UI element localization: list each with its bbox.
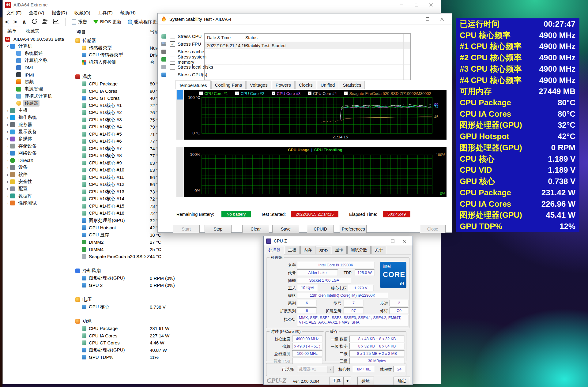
chart-icon[interactable] xyxy=(51,19,62,25)
menu-item-0[interactable]: 文件(F) xyxy=(3,10,25,16)
log-column-datetime[interactable]: Date & Time xyxy=(207,35,231,40)
processor-select[interactable]: 处理器 #1 ▼ xyxy=(297,366,334,373)
checkbox[interactable] xyxy=(170,49,175,54)
chart-scrollbar-thumb[interactable] xyxy=(177,90,183,100)
tree-item[interactable]: ›配置 xyxy=(3,185,74,192)
menu-item-1[interactable]: 查看(V) xyxy=(25,10,48,16)
log-column-status[interactable]: Status xyxy=(245,35,258,40)
tree-item[interactable]: DMI xyxy=(3,64,74,71)
tree-item[interactable]: 电源管理 xyxy=(3,85,74,92)
tree-item[interactable]: 传感器 xyxy=(3,100,74,107)
tree-item[interactable]: ›软件 xyxy=(3,171,74,178)
tab-temperatures[interactable]: Temperatures xyxy=(175,81,211,89)
maximize-button[interactable] xyxy=(387,236,398,246)
tree-item[interactable]: ›存储设备 xyxy=(3,142,74,149)
minimize-button[interactable] xyxy=(405,13,420,24)
chevron-right-icon[interactable]: › xyxy=(5,130,10,134)
checkbox[interactable] xyxy=(170,64,175,70)
chevron-down-icon[interactable]: ▼ xyxy=(327,366,334,373)
minimize-button[interactable] xyxy=(394,0,409,9)
forward-icon[interactable]: > xyxy=(11,19,19,25)
chevron-right-icon[interactable]: › xyxy=(5,158,10,163)
close-test-button[interactable]: Close xyxy=(420,225,446,233)
legend-checkbox[interactable]: ✓ xyxy=(344,92,348,95)
tab-voltages[interactable]: Voltages xyxy=(246,81,271,89)
nav-tab-1[interactable]: 收藏夹 xyxy=(21,27,44,36)
preferences-button[interactable]: Preferences xyxy=(340,225,367,233)
chevron-right-icon[interactable]: › xyxy=(5,194,10,198)
tree-item[interactable]: ›安全性 xyxy=(3,178,74,185)
tab-powers[interactable]: Powers xyxy=(272,81,295,89)
column-item[interactable]: 项目 xyxy=(77,29,86,35)
checkbox[interactable] xyxy=(170,57,175,62)
chevron-right-icon[interactable]: › xyxy=(5,186,10,191)
legend-checkbox[interactable]: ✓ xyxy=(272,92,275,95)
chevron-right-icon[interactable]: › xyxy=(5,122,10,127)
tab-clocks[interactable]: Clocks xyxy=(295,81,316,89)
cpuz-tab-5[interactable]: 测试分数 xyxy=(347,246,371,254)
chevron-right-icon[interactable]: › xyxy=(5,144,10,148)
tree-item[interactable]: ›网络设备 xyxy=(3,150,74,157)
refresh-icon[interactable] xyxy=(29,19,40,25)
nav-tab-0[interactable]: 菜单 xyxy=(3,27,21,36)
tools-button[interactable]: 工具 xyxy=(330,377,344,385)
save-button[interactable]: Save xyxy=(272,225,299,233)
chevron-right-icon[interactable]: › xyxy=(5,172,10,177)
back-icon[interactable]: < xyxy=(3,19,11,25)
user-icon[interactable] xyxy=(40,19,51,25)
tree-item[interactable]: 计算机名称 xyxy=(3,57,74,64)
menu-item-3[interactable]: 收藏(O) xyxy=(71,10,94,16)
tree-item[interactable]: ›DirectX xyxy=(3,157,74,164)
legend-item[interactable]: ✓CPU Core #4 xyxy=(308,91,337,96)
clear-button[interactable]: Clear xyxy=(242,225,269,233)
chevron-right-icon[interactable]: › xyxy=(5,115,10,120)
legend-item[interactable]: ✓Seagate FireCuda 520 SSD ZP1000GM30002 xyxy=(344,91,431,96)
tree-item[interactable]: ›性能测试 xyxy=(3,200,74,207)
tree-item[interactable]: ›数据库 xyxy=(3,193,74,200)
chevron-right-icon[interactable]: › xyxy=(5,165,10,170)
maximize-button[interactable] xyxy=(420,13,435,24)
menu-item-4[interactable]: 工具(T) xyxy=(94,10,116,16)
checkbox[interactable] xyxy=(170,34,175,39)
close-icon[interactable] xyxy=(398,236,410,246)
checkbox[interactable] xyxy=(170,72,175,77)
chart-scrollbar-track[interactable] xyxy=(176,90,184,140)
legend-checkbox[interactable]: ✓ xyxy=(199,92,203,95)
chevron-right-icon[interactable]: › xyxy=(5,179,10,184)
tree-item[interactable]: 便携式计算机 xyxy=(3,92,74,100)
cpuz-tab-3[interactable]: SPD xyxy=(316,247,331,254)
chevron-right-icon[interactable]: › xyxy=(5,137,10,141)
cpuz-tab-0[interactable]: 处理器 xyxy=(265,246,284,254)
tree-item[interactable]: ›多媒体 xyxy=(3,135,74,142)
cpuid-button[interactable]: CPUID xyxy=(307,225,334,233)
cpuz-tab-4[interactable]: 显卡 xyxy=(332,246,347,254)
tab-cooling-fans[interactable]: Cooling Fans xyxy=(211,81,246,89)
legend-item[interactable]: ✓CPU Core #2 xyxy=(235,91,264,96)
legend-checkbox[interactable]: ✓ xyxy=(235,92,239,95)
report-button[interactable]: 报告 xyxy=(69,19,90,25)
legend-item[interactable]: ✓CPU Core #1 xyxy=(199,91,228,96)
close-icon[interactable] xyxy=(435,13,449,24)
tree-item[interactable]: 超频 xyxy=(3,78,74,85)
tree-item[interactable]: 系统概述 xyxy=(3,50,74,57)
maximize-button[interactable] xyxy=(409,0,424,9)
stop-button[interactable]: Stop xyxy=(205,225,232,233)
tree-item[interactable]: ›主板 xyxy=(3,107,74,114)
tree-item[interactable]: ›服务器 xyxy=(3,121,74,128)
cpuz-tab-6[interactable]: 关于 xyxy=(371,246,386,254)
ok-button[interactable]: 确定 xyxy=(394,377,410,385)
tree-item[interactable]: ˅计算机 xyxy=(3,43,74,50)
cpuz-tab-1[interactable]: 主板 xyxy=(285,246,300,254)
tree-item[interactable]: 64AIDA64 v6.60.5933 Beta xyxy=(3,36,74,43)
menu-item-2[interactable]: 报告(R) xyxy=(48,10,71,16)
up-icon[interactable]: ∧ xyxy=(19,19,29,25)
tree-item[interactable]: ›设备 xyxy=(3,164,74,171)
tab-unified[interactable]: Unified xyxy=(317,81,339,89)
tab-statistics[interactable]: Statistics xyxy=(339,81,365,89)
legend-item[interactable]: ✓CPU Core #3 xyxy=(272,91,300,96)
start-button[interactable]: Start xyxy=(173,225,200,233)
tree-item[interactable]: ›操作系统 xyxy=(3,114,74,121)
chevron-right-icon[interactable]: › xyxy=(5,201,10,205)
tools-dropdown-button[interactable]: ▼ xyxy=(343,377,351,385)
chart-scrollbar-track[interactable] xyxy=(176,147,184,197)
